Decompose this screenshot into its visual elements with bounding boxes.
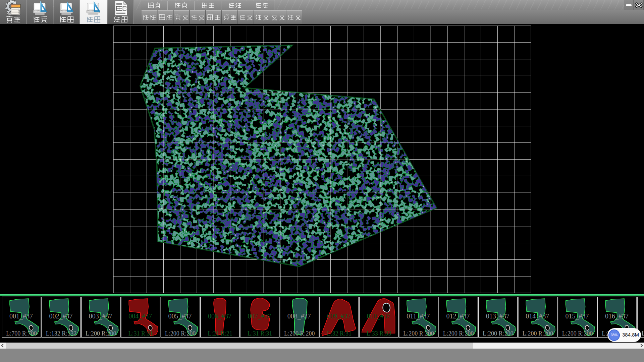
- svg-text:L:200 R:200: L:200 R:200: [443, 330, 474, 337]
- svg-text:015_#37: 015_#37: [566, 312, 589, 320]
- svg-text:001_#37: 001_#37: [9, 312, 33, 320]
- svg-text:002_#37: 002_#37: [49, 312, 72, 320]
- svg-text:003_#37: 003_#37: [89, 312, 112, 320]
- svg-text:L:32 R:31: L:32 R:31: [327, 330, 352, 337]
- svg-text:014_#37: 014_#37: [526, 312, 549, 320]
- svg-text:L:700 R:700: L:700 R:700: [6, 330, 37, 337]
- svg-text:008_#37: 008_#37: [287, 312, 311, 320]
- svg-text:L:200 R:200: L:200 R:200: [642, 330, 644, 337]
- svg-text:006_#37: 006_#37: [208, 312, 231, 320]
- svg-text:L:132 R:132: L:132 R:132: [46, 330, 77, 337]
- svg-text:016_#37: 016_#37: [605, 312, 629, 320]
- svg-text:L:200 R:200: L:200 R:200: [86, 330, 116, 337]
- svg-text:011_#37: 011_#37: [407, 312, 430, 320]
- svg-text:012_#37: 012_#37: [446, 312, 470, 320]
- svg-text:L:200 R:200: L:200 R:200: [483, 330, 514, 337]
- svg-text:005_#37: 005_#37: [168, 312, 192, 320]
- svg-text:L:200 R:200: L:200 R:200: [403, 330, 434, 337]
- svg-text:L:200 R:200: L:200 R:200: [522, 330, 553, 337]
- svg-text:L:200 R:200: L:200 R:200: [165, 330, 196, 337]
- svg-text:L:21 R:21: L:21 R:21: [208, 330, 232, 337]
- svg-text:L:200 R:200: L:200 R:200: [284, 330, 315, 337]
- svg-text:009_#37: 009_#37: [327, 312, 351, 320]
- svg-text:L:200 R:200: L:200 R:200: [562, 330, 593, 337]
- svg-text:013_#37: 013_#37: [486, 312, 509, 320]
- svg-text:L:31 R:31: L:31 R:31: [128, 330, 153, 337]
- svg-text:007_#37: 007_#37: [248, 312, 271, 320]
- svg-text:L:31 R:31: L:31 R:31: [248, 330, 272, 337]
- svg-text:010_#37: 010_#37: [367, 312, 390, 320]
- svg-text:L:33 R:33: L:33 R:33: [367, 330, 391, 337]
- svg-text:004_#37: 004_#37: [128, 312, 152, 320]
